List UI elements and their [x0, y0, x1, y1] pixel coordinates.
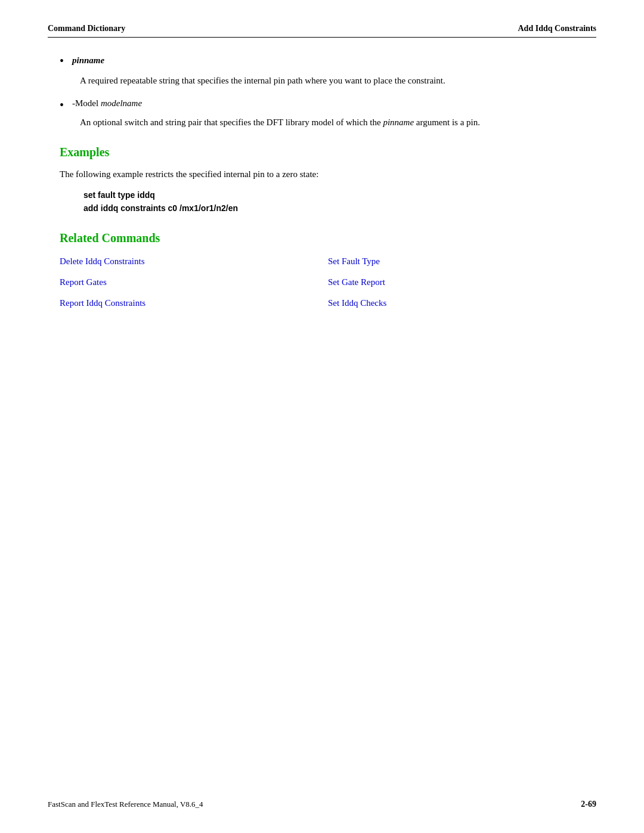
page: Command Dictionary Add Iddq Constraints … — [0, 0, 644, 833]
model-term: modelname — [101, 98, 142, 108]
header-left: Command Dictionary — [48, 24, 125, 33]
footer-page-number: 2-69 — [581, 800, 596, 809]
pinname-description: A required repeatable string that specif… — [80, 74, 584, 88]
examples-section: Examples The following example restricts… — [60, 145, 584, 215]
model-prefix: -Model — [72, 98, 101, 108]
pinname-bullet: • pinname — [60, 55, 584, 68]
model-description: An optional switch and string pair that … — [80, 116, 584, 129]
related-commands-section: Related Commands Delete Iddq Constraints… — [60, 231, 584, 311]
examples-heading: Examples — [60, 145, 584, 159]
link-set-fault-type[interactable]: Set Fault Type — [328, 253, 584, 270]
model-bullet: • -Model modelname — [60, 98, 584, 112]
page-header: Command Dictionary Add Iddq Constraints — [48, 24, 596, 38]
bullet-dot-1: • — [60, 54, 64, 68]
examples-intro: The following example restricts the spec… — [60, 168, 584, 181]
pinname-term: pinname — [72, 55, 104, 66]
code-line-2: add iddq constraints c0 /mx1/or1/n2/en — [83, 202, 584, 215]
link-set-gate-report[interactable]: Set Gate Report — [328, 274, 584, 290]
model-label: -Model modelname — [72, 98, 142, 109]
model-desc-term: pinname — [383, 117, 414, 127]
link-delete-iddq[interactable]: Delete Iddq Constraints — [60, 253, 316, 270]
model-desc-text: An optional switch and string pair that … — [80, 117, 383, 127]
related-commands-grid: Delete Iddq Constraints Set Fault Type R… — [60, 253, 584, 311]
model-section: • -Model modelname An optional switch an… — [60, 98, 584, 129]
header-right: Add Iddq Constraints — [518, 24, 597, 33]
bullet-dot-2: • — [60, 98, 64, 112]
link-set-iddq-checks[interactable]: Set Iddq Checks — [328, 295, 584, 311]
related-commands-heading: Related Commands — [60, 231, 584, 245]
main-content: • pinname A required repeatable string t… — [48, 55, 596, 311]
pinname-section: • pinname A required repeatable string t… — [60, 55, 584, 88]
code-block: set fault type iddq add iddq constraints… — [83, 188, 584, 215]
footer-manual-name: FastScan and FlexTest Reference Manual, … — [48, 800, 203, 809]
link-report-gates[interactable]: Report Gates — [60, 274, 316, 290]
page-footer: FastScan and FlexTest Reference Manual, … — [48, 800, 596, 809]
model-desc-suffix: argument is a pin. — [414, 117, 480, 127]
link-report-iddq[interactable]: Report Iddq Constraints — [60, 295, 316, 311]
code-line-1: set fault type iddq — [83, 188, 584, 202]
